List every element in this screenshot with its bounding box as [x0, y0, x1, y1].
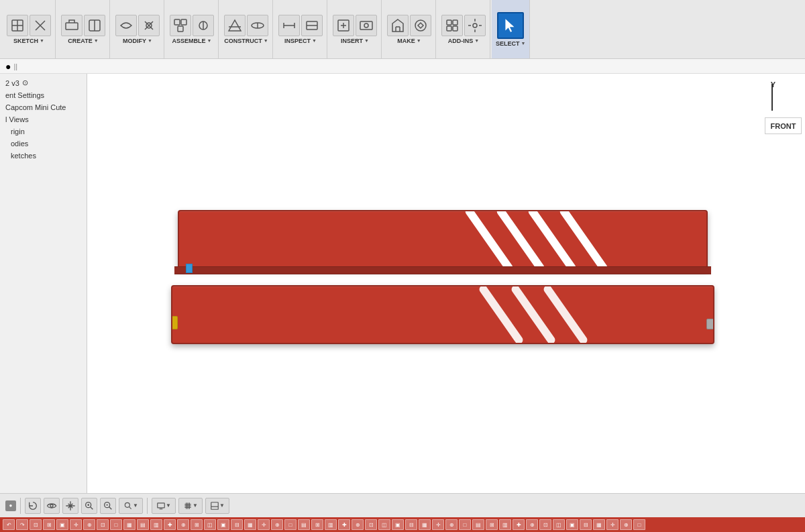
- display-settings-tool[interactable]: ▼: [152, 498, 176, 514]
- grid-settings-tool[interactable]: ▼: [178, 498, 203, 514]
- svg-point-32: [50, 504, 53, 507]
- status-icon[interactable]: ⊡: [97, 519, 109, 530]
- create-arrow: ▼: [94, 38, 99, 43]
- status-icon[interactable]: ▤: [298, 519, 310, 530]
- status-icon[interactable]: □: [284, 519, 297, 530]
- panel-bodies[interactable]: odies: [0, 138, 87, 150]
- status-icon[interactable]: ▦: [244, 519, 256, 530]
- status-icon[interactable]: ⊡: [539, 519, 551, 530]
- status-icon[interactable]: ▥: [325, 519, 337, 530]
- status-icon[interactable]: ⊕: [271, 519, 283, 530]
- make-group[interactable]: MAKE ▼: [383, 0, 436, 58]
- status-icon[interactable]: ⊞: [43, 519, 55, 530]
- panel-origin[interactable]: rigin: [0, 125, 87, 138]
- breadcrumb-dot-icon: ●: [5, 61, 11, 72]
- status-icon[interactable]: ▥: [150, 519, 162, 530]
- svg-rect-30: [453, 26, 458, 31]
- svg-rect-8: [181, 19, 186, 25]
- status-icon[interactable]: □: [459, 519, 471, 530]
- modify-label: MODIFY ▼: [123, 38, 152, 44]
- status-icon[interactable]: ✛: [70, 519, 82, 530]
- small-connector: [186, 264, 193, 273]
- status-icon[interactable]: ✚: [513, 519, 525, 530]
- status-icon[interactable]: ⊞: [191, 519, 203, 530]
- status-icon[interactable]: ⊕: [620, 519, 632, 530]
- svg-rect-27: [447, 20, 451, 25]
- status-icon[interactable]: ▦: [593, 519, 605, 530]
- svg-rect-50: [211, 502, 219, 509]
- status-icon[interactable]: ⊞: [311, 519, 323, 530]
- zoom-dropdown-tool[interactable]: ▼: [119, 498, 143, 514]
- status-icon[interactable]: ◫: [378, 519, 390, 530]
- status-icon[interactable]: ⊕: [526, 519, 538, 530]
- status-icon[interactable]: ⊡: [30, 519, 42, 530]
- status-icon[interactable]: ↷: [16, 519, 28, 530]
- keyboard-top-plate: [178, 210, 708, 269]
- modify-group[interactable]: MODIFY ▼: [111, 0, 164, 58]
- inspect-label: INSPECT ▼: [284, 38, 317, 44]
- status-icon[interactable]: ▤: [472, 519, 484, 530]
- addins-label: ADD-INS ▼: [448, 38, 479, 44]
- status-icon[interactable]: □: [633, 519, 645, 530]
- select-group[interactable]: SELECT ▼: [492, 0, 530, 58]
- zoom-window-tool[interactable]: [81, 498, 97, 514]
- select-icon: [497, 12, 524, 39]
- status-icon[interactable]: ⊟: [580, 519, 592, 530]
- status-icon[interactable]: ▣: [56, 519, 68, 530]
- create-group[interactable]: CREATE ▼: [57, 0, 110, 58]
- panel-sketches[interactable]: ketches: [0, 150, 87, 162]
- svg-rect-3: [66, 23, 78, 30]
- svg-line-34: [90, 507, 93, 509]
- status-icon[interactable]: ✚: [338, 519, 350, 530]
- environment-tool[interactable]: ▼: [205, 498, 229, 514]
- status-icon[interactable]: ▥: [499, 519, 511, 530]
- status-icon[interactable]: ⊕: [83, 519, 95, 530]
- status-icon[interactable]: ⊕: [352, 519, 364, 530]
- separator1: [20, 498, 21, 514]
- status-icon[interactable]: ↶: [3, 519, 15, 530]
- panel-version[interactable]: 2 v3 ⊙: [0, 76, 87, 89]
- status-icon[interactable]: ✚: [164, 519, 176, 530]
- sketch-text: SKETCH: [13, 38, 38, 44]
- status-icon[interactable]: ⊡: [365, 519, 377, 530]
- insert-group[interactable]: INSERT ▼: [329, 0, 382, 58]
- rotate-tool[interactable]: [25, 498, 41, 514]
- status-bar: ↶ ↷ ⊡ ⊞ ▣ ✛ ⊕ ⊡ □ ▦ ▤ ▥ ✚ ⊕ ⊞ ◫ ▣ ⊟ ▦ ✛ …: [0, 517, 805, 532]
- zoom-fit-tool[interactable]: [100, 498, 116, 514]
- status-icon[interactable]: ✛: [258, 519, 270, 530]
- status-icon[interactable]: ▦: [123, 519, 136, 530]
- status-icon[interactable]: ▣: [217, 519, 229, 530]
- panel-views[interactable]: l Views: [0, 113, 87, 125]
- status-icon[interactable]: ✛: [432, 519, 444, 530]
- status-icon[interactable]: ▦: [419, 519, 431, 530]
- status-icon[interactable]: □: [110, 519, 122, 530]
- sketch-group[interactable]: SKETCH ▼: [3, 0, 56, 58]
- status-icon[interactable]: ✛: [606, 519, 619, 530]
- construct2-icon: [247, 15, 268, 36]
- svg-line-38: [109, 507, 111, 509]
- look-at-tool[interactable]: [44, 498, 60, 514]
- status-icon[interactable]: ◫: [553, 519, 565, 530]
- assemble-arrow: ▼: [207, 38, 212, 43]
- assemble-group[interactable]: ASSEMBLE ▼: [166, 0, 219, 58]
- inspect-group[interactable]: INSPECT ▼: [274, 0, 327, 58]
- panel-capcom[interactable]: Capcom Mini Cute: [0, 101, 87, 113]
- construct-group[interactable]: CONSTRUCT ▼: [220, 0, 273, 58]
- status-icon[interactable]: ◫: [204, 519, 216, 530]
- status-icon[interactable]: ▤: [137, 519, 149, 530]
- status-icon[interactable]: ⊞: [486, 519, 498, 530]
- pan-tool[interactable]: [62, 498, 78, 514]
- status-icon[interactable]: ▣: [392, 519, 404, 530]
- modify-text: MODIFY: [123, 38, 146, 44]
- bottom-dots-icon[interactable]: ●: [5, 500, 16, 511]
- viewport[interactable]: Y FRONT: [87, 74, 805, 493]
- status-icon[interactable]: ⊟: [405, 519, 417, 530]
- select-arrow: ▼: [521, 41, 526, 46]
- status-icon[interactable]: ▣: [566, 519, 578, 530]
- status-icon[interactable]: ⊟: [231, 519, 243, 530]
- status-icon[interactable]: ⊕: [177, 519, 189, 530]
- panel-settings[interactable]: ent Settings: [0, 89, 87, 101]
- addins-group[interactable]: ADD-INS ▼: [437, 0, 490, 58]
- status-icon[interactable]: ⊕: [445, 519, 458, 530]
- sketch-icon: [7, 15, 28, 36]
